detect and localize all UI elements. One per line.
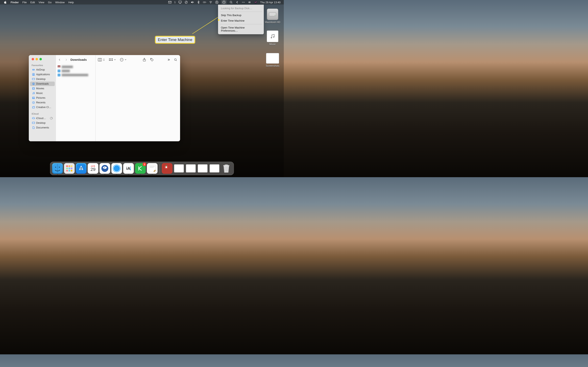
dock-appstore[interactable] bbox=[76, 163, 86, 174]
svg-rect-47 bbox=[66, 165, 68, 167]
dock-finder[interactable] bbox=[52, 163, 63, 174]
svg-point-27 bbox=[121, 59, 122, 60]
sidebar-icloud-documents[interactable]: Documents bbox=[30, 125, 55, 130]
tm-status: Looking for Backup Disk… bbox=[218, 6, 264, 11]
tm-enter[interactable]: Enter Time Machine bbox=[218, 18, 264, 24]
dock-launchpad[interactable] bbox=[64, 163, 75, 174]
svg-point-69 bbox=[224, 165, 228, 166]
svg-point-28 bbox=[122, 59, 123, 60]
dock-calendar[interactable]: APR29 bbox=[88, 163, 98, 174]
svg-point-32 bbox=[33, 69, 34, 70]
nav-forward-icon[interactable] bbox=[65, 58, 68, 61]
volume-mute-icon[interactable] bbox=[191, 1, 194, 4]
dock-recent-doc-4[interactable] bbox=[209, 163, 220, 174]
view-columns-icon[interactable] bbox=[98, 58, 105, 61]
dock-recent-doc-1[interactable] bbox=[174, 163, 184, 174]
svg-rect-36 bbox=[33, 88, 35, 90]
menu-edit[interactable]: Edit bbox=[30, 1, 35, 4]
tm-preferences[interactable]: Open Time Machine Preferences… bbox=[218, 25, 264, 33]
svg-point-61 bbox=[114, 165, 120, 171]
file-item[interactable] bbox=[56, 69, 95, 73]
sidebar-icloud-desktop[interactable]: Desktop bbox=[30, 121, 55, 125]
svg-rect-51 bbox=[69, 167, 70, 169]
tm-skip-backup[interactable]: Skip This Backup bbox=[218, 12, 264, 18]
mail-status-icon[interactable] bbox=[168, 1, 172, 4]
dock-safari[interactable] bbox=[112, 163, 122, 174]
sidebar-downloads[interactable]: Downloads bbox=[30, 82, 55, 86]
file-item[interactable] bbox=[56, 65, 95, 69]
share-icon[interactable] bbox=[143, 58, 146, 62]
app-name-menu[interactable]: Finder bbox=[11, 1, 19, 4]
user-icon[interactable] bbox=[215, 1, 218, 4]
dnd-icon[interactable] bbox=[185, 1, 188, 4]
bluetooth-icon[interactable] bbox=[197, 1, 200, 4]
desktop-icon-music[interactable]: Music bbox=[264, 31, 281, 46]
display-icon[interactable] bbox=[178, 1, 182, 4]
finder-content bbox=[56, 55, 180, 141]
chevron-left-icon[interactable] bbox=[236, 1, 239, 4]
datetime[interactable]: Thu 29 Apr 13:40 bbox=[260, 1, 281, 4]
overflow-icon[interactable] bbox=[242, 1, 245, 4]
desktop-icon-macintosh-hd[interactable]: Macintosh HD bbox=[264, 8, 281, 24]
menu-view[interactable]: View bbox=[39, 1, 44, 4]
dock-trash[interactable] bbox=[221, 163, 232, 174]
finder-sidebar: Favourites AirDrop Applications Desktop … bbox=[29, 55, 56, 141]
svg-rect-34 bbox=[32, 78, 35, 80]
siri-icon[interactable] bbox=[254, 1, 257, 4]
file-item[interactable] bbox=[56, 73, 95, 77]
toolbar-overflow-icon[interactable] bbox=[167, 58, 170, 61]
column-1[interactable] bbox=[56, 55, 95, 141]
time-machine-icon[interactable] bbox=[221, 0, 227, 4]
sidebar-music[interactable]: Music bbox=[30, 91, 55, 95]
hard-drive-icon bbox=[267, 8, 278, 20]
spotlight-icon[interactable] bbox=[229, 1, 233, 4]
search-icon[interactable] bbox=[174, 58, 177, 61]
sidebar-icloud-drive[interactable]: iCloud… bbox=[30, 116, 55, 120]
svg-rect-49 bbox=[71, 165, 72, 167]
dock-recent-doc-2[interactable] bbox=[186, 163, 196, 174]
desktop-icon-label: Macintosh HD bbox=[265, 21, 280, 24]
dock: APR29 iA 1 bbox=[50, 162, 234, 175]
view-group-icon[interactable] bbox=[109, 58, 116, 61]
menu-go[interactable]: Go bbox=[48, 1, 52, 4]
sidebar-applications[interactable]: Applications bbox=[30, 72, 55, 77]
action-menu-icon[interactable] bbox=[120, 58, 126, 62]
dock-app-green[interactable]: 1 bbox=[135, 163, 146, 174]
sidebar-airdrop[interactable]: AirDrop bbox=[30, 67, 55, 72]
dock-textedit[interactable] bbox=[147, 163, 158, 174]
svg-rect-55 bbox=[71, 170, 72, 171]
finder-toolbar: Downloads bbox=[29, 55, 180, 64]
dock-recent-doc-3[interactable] bbox=[198, 163, 208, 174]
dock-item-red[interactable] bbox=[162, 163, 173, 174]
control-center-icon[interactable] bbox=[248, 1, 251, 4]
svg-rect-52 bbox=[71, 167, 72, 169]
sidebar-recents[interactable]: Recents bbox=[30, 100, 55, 105]
battery-icon[interactable] bbox=[203, 1, 206, 4]
svg-point-26 bbox=[121, 59, 121, 60]
wifi-icon[interactable] bbox=[209, 1, 212, 4]
svg-rect-22 bbox=[111, 60, 111, 61]
menu-file[interactable]: File bbox=[22, 1, 27, 4]
svg-rect-50 bbox=[66, 167, 68, 169]
sidebar-creative-cloud[interactable]: Creative Cl… bbox=[30, 105, 55, 109]
nav-back-icon[interactable] bbox=[58, 58, 61, 61]
tag-icon[interactable] bbox=[150, 58, 154, 62]
svg-rect-19 bbox=[109, 58, 110, 59]
desktop-icon-screenshots[interactable]: Screenshots bbox=[262, 53, 283, 67]
column-2[interactable] bbox=[95, 55, 180, 141]
sidebar-desktop[interactable]: Desktop bbox=[30, 77, 55, 81]
svg-point-17 bbox=[273, 36, 274, 38]
sidebar-pictures[interactable]: Pictures bbox=[30, 96, 55, 100]
svg-point-11 bbox=[243, 2, 244, 3]
menu-window[interactable]: Window bbox=[55, 1, 65, 4]
svg-point-16 bbox=[271, 37, 272, 38]
separator bbox=[220, 12, 262, 12]
sidebar-movies[interactable]: Movies bbox=[30, 86, 55, 91]
menu-help[interactable]: Help bbox=[68, 1, 74, 4]
apple-menu-icon[interactable] bbox=[4, 1, 7, 4]
svg-point-38 bbox=[34, 93, 35, 94]
dock-thunderbird[interactable] bbox=[100, 163, 110, 174]
mail-count: 1 bbox=[174, 1, 176, 4]
dock-ia-writer[interactable]: iA bbox=[123, 163, 134, 174]
svg-point-30 bbox=[151, 59, 151, 59]
